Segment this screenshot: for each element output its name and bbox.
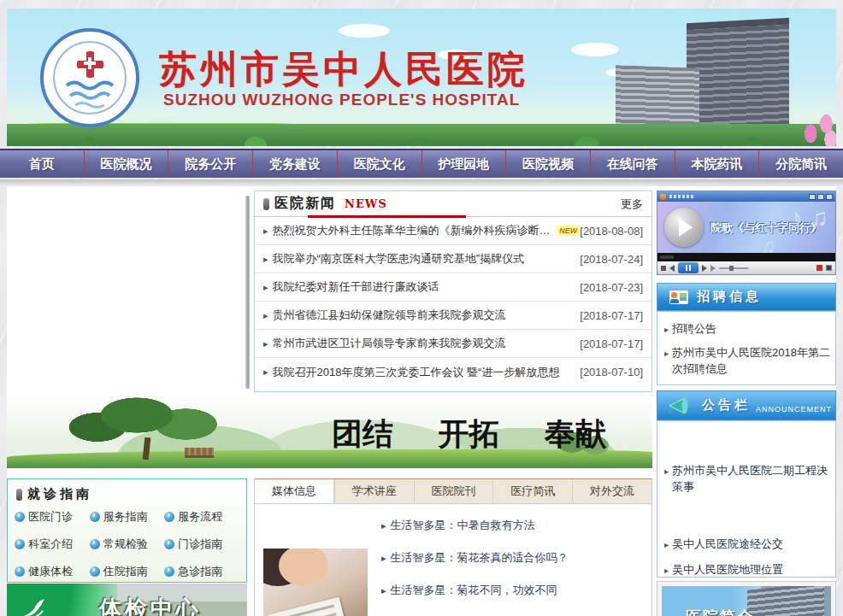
tab-medical-brief[interactable]: 医疗简讯 bbox=[492, 479, 572, 503]
guide-link-service-guide[interactable]: 服务指南 bbox=[90, 509, 165, 525]
circle-arrow-icon bbox=[15, 566, 25, 577]
window-buttons bbox=[809, 194, 833, 200]
player-controls bbox=[657, 261, 835, 274]
player-seekbar[interactable] bbox=[657, 253, 835, 261]
previous-button[interactable] bbox=[669, 265, 675, 272]
media-item[interactable]: 生活智多星：常见旅游病要注意 bbox=[381, 607, 651, 616]
recruit-header: 招聘信息 bbox=[657, 283, 836, 311]
nav-item-pharmacy[interactable]: 本院药讯 bbox=[675, 150, 759, 178]
circle-arrow-icon bbox=[164, 512, 174, 522]
guide-link-departments[interactable]: 科室介绍 bbox=[15, 537, 90, 552]
media-item[interactable]: 生活智多星：菊花不同，功效不同 bbox=[381, 574, 651, 607]
playlist-button[interactable] bbox=[710, 265, 716, 272]
nav-item-home[interactable]: 首页 bbox=[0, 150, 84, 178]
hospital-logo bbox=[39, 27, 140, 128]
guide-link-service-flow[interactable]: 服务流程 bbox=[164, 509, 239, 525]
checkup-center-label: 体检中心 bbox=[99, 594, 202, 616]
announcement-item[interactable]: 吴中人民医院途经公交 bbox=[663, 536, 832, 553]
settings-button[interactable] bbox=[826, 265, 832, 271]
nav-item-culture[interactable]: 医院文化 bbox=[337, 150, 422, 178]
news-item[interactable]: 我院召开2018年度第三次党委工作会议 暨“进一步解放思想 [2018-07-1… bbox=[255, 358, 651, 386]
news-header: 医院新闻 NEWS 更多 bbox=[255, 191, 651, 217]
tab-academic-lecture[interactable]: 学术讲座 bbox=[334, 479, 414, 503]
nav-item-qa[interactable]: 在线问答 bbox=[590, 150, 675, 178]
circle-arrow-icon bbox=[90, 512, 100, 522]
checkup-center-banner[interactable]: 体检中心 bbox=[7, 584, 247, 616]
nav-item-video[interactable]: 医院视频 bbox=[505, 150, 590, 178]
news-list: 热烈祝贺大外科主任陈革华主编的《新编外科疾病诊断与治 NEW [2018-08-… bbox=[255, 217, 651, 386]
page: 苏州市吴中人民医院 SUZHOU WUZHONG PEOPLE'S HOSPIT… bbox=[0, 0, 843, 616]
intro-label: 医院简介 bbox=[686, 607, 754, 616]
announcement-title-en: ANNOUNCEMENT bbox=[756, 405, 832, 414]
slogan-text: 团结 开拓 奉献 bbox=[332, 414, 640, 455]
news-item[interactable]: 我院纪委对新任干部进行廉政谈话 [2018-07-23] bbox=[255, 273, 651, 302]
media-item[interactable]: 生活智多星：菊花茶真的适合你吗？ bbox=[381, 542, 651, 574]
bench-image bbox=[185, 448, 214, 458]
article-thumbnail bbox=[263, 549, 368, 616]
news-more-link[interactable]: 更多 bbox=[621, 197, 643, 212]
circle-arrow-icon bbox=[15, 539, 25, 549]
tab-media-info[interactable]: 媒体信息 bbox=[255, 479, 334, 503]
circle-arrow-icon bbox=[15, 512, 25, 522]
news-title-en: NEWS bbox=[345, 197, 387, 210]
record-button[interactable] bbox=[816, 265, 822, 271]
player-title-marks bbox=[669, 195, 695, 198]
recruit-title: 招聘信息 bbox=[697, 289, 762, 305]
news-panel: 医院新闻 NEWS 更多 热烈祝贺大外科主任陈革华主编的《新编外科疾病诊断与治 … bbox=[254, 191, 652, 392]
media-item[interactable]: 生活智多星：中暑自救有方法 bbox=[381, 509, 651, 542]
media-panel: 媒体信息 学术讲座 医院院刊 医疗简讯 对外交流 生活智多星：中暑自救有方法 生… bbox=[254, 478, 652, 616]
guide-link-inpatient-guide[interactable]: 住院指南 bbox=[90, 564, 165, 579]
announcement-header: 公告栏 ANNOUNCEMENT bbox=[657, 390, 836, 420]
song-caption: 院歌《与红十字同行》 bbox=[710, 220, 822, 236]
nav-item-overview[interactable]: 医院概况 bbox=[84, 150, 168, 178]
slideshow-shadow bbox=[245, 196, 250, 389]
announcement-title: 公告栏 bbox=[702, 397, 751, 414]
media-content: 生活智多星：中暑自救有方法 生活智多星：菊花茶真的适合你吗？ 生活智多星：菊花不… bbox=[255, 504, 651, 616]
guide-link-outpatient-guide[interactable]: 门诊指南 bbox=[164, 537, 239, 552]
tab-external-exchange[interactable]: 对外交流 bbox=[572, 479, 651, 503]
pause-button[interactable] bbox=[678, 262, 699, 273]
play-button[interactable] bbox=[664, 208, 704, 247]
news-item[interactable]: 常州市武进区卫计局领导专家前来我院参观交流 [2018-07-17] bbox=[255, 330, 651, 358]
swan-logo-icon bbox=[19, 594, 53, 616]
news-item[interactable]: 热烈祝贺大外科主任陈革华主编的《新编外科疾病诊断与治 NEW [2018-08-… bbox=[255, 217, 651, 245]
recruit-item[interactable]: 苏州市吴中人民医院2018年第二次招聘信息 bbox=[663, 344, 830, 377]
recruit-panel: 招聘公告 苏州市吴中人民医院2018年第二次招聘信息 bbox=[657, 311, 836, 385]
intro-panel[interactable]: 医院简介 bbox=[657, 581, 836, 616]
announcement-item[interactable]: 吴中人民医院地理位置 bbox=[663, 561, 832, 578]
stop-button[interactable] bbox=[661, 266, 666, 271]
slideshow-placeholder bbox=[7, 191, 250, 391]
nav-item-nursing[interactable]: 护理园地 bbox=[422, 150, 506, 178]
guide-header: 就诊指南 bbox=[8, 479, 246, 504]
intro-building-image bbox=[747, 586, 824, 616]
guide-link-outpatient[interactable]: 医院门诊 bbox=[15, 509, 90, 525]
volume-slider[interactable] bbox=[719, 267, 748, 269]
next-button[interactable] bbox=[702, 265, 707, 272]
slogan-banner: 团结 开拓 奉献 bbox=[7, 396, 652, 468]
tab-hospital-journal[interactable]: 医院院刊 bbox=[414, 479, 493, 503]
guide-link-routine-tests[interactable]: 常规检验 bbox=[90, 537, 165, 552]
circle-arrow-icon bbox=[90, 566, 100, 577]
close-button[interactable] bbox=[826, 194, 833, 200]
news-item[interactable]: 我院举办“南京医科大学医患沟通研究基地”揭牌仪式 [2018-07-24] bbox=[255, 245, 651, 273]
megaphone-icon bbox=[668, 396, 693, 416]
site-subtitle: SUZHOU WUZHONG PEOPLE'S HOSPITAL bbox=[163, 91, 520, 109]
guide-link-emergency-guide[interactable]: 急诊指南 bbox=[164, 564, 239, 579]
player-titlebar bbox=[657, 191, 835, 202]
nav-item-branch[interactable]: 分院简讯 bbox=[758, 150, 843, 178]
red-underline bbox=[308, 215, 466, 218]
minimize-button[interactable] bbox=[809, 194, 816, 200]
guide-title: 就诊指南 bbox=[27, 486, 92, 502]
news-item[interactable]: 贵州省德江县妇幼保健院领导前来我院参观交流 [2018-07-17] bbox=[255, 302, 651, 330]
recruit-icon bbox=[669, 290, 688, 304]
guide-link-health-checkup[interactable]: 健康体检 bbox=[15, 564, 90, 579]
nav-item-party[interactable]: 党务建设 bbox=[252, 150, 337, 178]
announcement-item[interactable]: 苏州市吴中人民医院二期工程决策事 bbox=[663, 462, 832, 495]
maximize-button[interactable] bbox=[817, 194, 824, 200]
recruit-item[interactable]: 招聘公告 bbox=[663, 320, 830, 337]
news-title: 医院新闻 bbox=[274, 195, 336, 213]
site-header: 苏州市吴中人民医院 SUZHOU WUZHONG PEOPLE'S HOSPIT… bbox=[7, 9, 836, 146]
nav-item-open-affairs[interactable]: 院务公开 bbox=[168, 150, 252, 178]
new-badge: NEW bbox=[557, 226, 580, 236]
media-list: 生活智多星：中暑自救有方法 生活智多星：菊花茶真的适合你吗？ 生活智多星：菊花不… bbox=[381, 504, 651, 616]
